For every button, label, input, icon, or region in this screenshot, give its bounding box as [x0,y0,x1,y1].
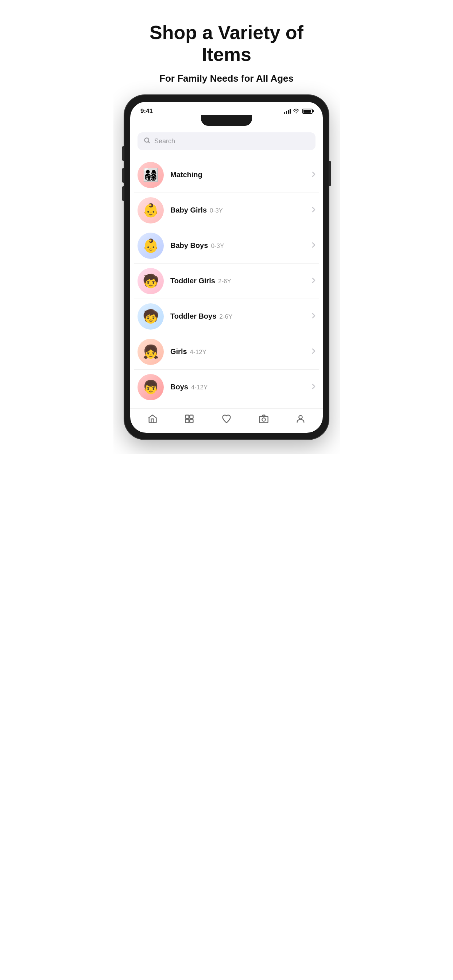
category-avatar-boys: 👦 [137,374,164,400]
nav-item-scan[interactable] [258,414,269,424]
category-name-toddler-girls: Toddler Girls [170,277,215,285]
category-age-boys: 4-12Y [191,384,207,391]
category-info-matching: Matching [170,170,312,179]
svg-rect-5 [259,416,268,423]
category-item-matching[interactable]: 👨‍👩‍👧‍👦Matching [134,158,319,193]
category-age-baby-boys: 0-3Y [211,242,224,250]
page-subtitle: For Family Needs for All Ages [135,73,318,84]
status-time: 9:41 [140,108,153,115]
heart-icon [222,414,231,424]
category-avatar-baby-girls: 👶 [137,197,164,223]
nav-item-favorites[interactable] [222,414,231,424]
category-item-toddler-girls[interactable]: 🧒Toddler Girls2-6Y [134,264,319,299]
page-title: Shop a Variety of Items [135,22,318,65]
category-name-girls: Girls [170,347,187,355]
category-info-boys: Boys4-12Y [170,383,312,391]
chevron-right-icon [312,241,316,250]
category-item-boys[interactable]: 👦Boys4-12Y [134,370,319,405]
wifi-icon [293,109,300,114]
nav-item-profile[interactable] [295,414,306,424]
category-name-baby-girls: Baby Girls [170,206,207,214]
category-item-baby-girls[interactable]: 👶Baby Girls0-3Y [134,193,319,228]
category-info-girls: Girls4-12Y [170,347,312,356]
svg-point-7 [299,415,302,418]
nav-item-home[interactable] [147,414,158,424]
category-info-toddler-girls: Toddler Girls2-6Y [170,277,312,285]
svg-rect-1 [186,415,189,418]
bottom-nav [130,408,323,433]
category-avatar-girls: 👧 [137,339,164,365]
phone-frame: 9:41 [124,95,329,439]
nav-item-categories[interactable] [184,414,195,424]
camera-icon [258,414,269,424]
status-icons [284,109,313,114]
category-age-toddler-girls: 2-6Y [218,278,231,285]
phone-notch [201,115,252,126]
category-avatar-toddler-girls: 🧒 [137,268,164,294]
category-item-toddler-boys[interactable]: 🧒Toddler Boys2-6Y [134,299,319,334]
category-avatar-baby-boys: 👶 [137,232,164,259]
chevron-right-icon [312,312,316,320]
phone-screen: 9:41 [130,102,323,433]
chevron-right-icon [312,347,316,356]
grid-icon [184,414,195,424]
chevron-right-icon [312,170,316,179]
category-info-toddler-boys: Toddler Boys2-6Y [170,312,312,320]
person-icon [295,414,306,424]
chevron-right-icon [312,206,316,215]
svg-point-6 [262,418,265,421]
battery-icon [302,109,313,114]
category-item-baby-boys[interactable]: 👶Baby Boys0-3Y [134,228,319,264]
category-name-boys: Boys [170,383,188,391]
page-header: Shop a Variety of Items For Family Needs… [113,0,340,95]
svg-rect-2 [190,415,193,418]
chevron-right-icon [312,383,316,391]
category-info-baby-boys: Baby Boys0-3Y [170,241,312,250]
category-avatar-toddler-boys: 🧒 [137,303,164,329]
signal-icon [284,109,291,114]
category-age-baby-girls: 0-3Y [210,207,223,214]
category-name-baby-boys: Baby Boys [170,241,208,250]
category-avatar-matching: 👨‍👩‍👧‍👦 [137,162,164,188]
search-container: Search [130,129,323,158]
category-info-baby-girls: Baby Girls0-3Y [170,206,312,215]
home-icon [147,414,158,424]
search-placeholder: Search [154,137,175,145]
svg-rect-3 [186,419,189,423]
category-age-girls: 4-12Y [190,348,206,355]
search-bar[interactable]: Search [137,132,316,150]
category-list: 👨‍👩‍👧‍👦Matching👶Baby Girls0-3Y👶Baby Boys… [130,158,323,405]
search-icon [144,137,151,146]
category-name-toddler-boys: Toddler Boys [170,312,216,320]
chevron-right-icon [312,277,316,285]
category-name-matching: Matching [170,170,203,179]
svg-rect-4 [190,419,193,423]
category-item-girls[interactable]: 👧Girls4-12Y [134,334,319,370]
category-age-toddler-boys: 2-6Y [219,313,232,320]
